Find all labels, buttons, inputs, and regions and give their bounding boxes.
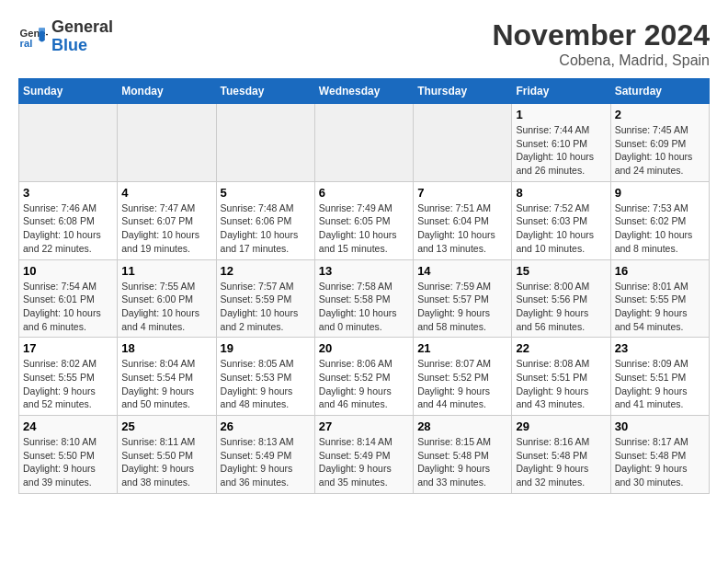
- calendar-cell: [216, 104, 314, 182]
- header-row: SundayMondayTuesdayWednesdayThursdayFrid…: [19, 79, 710, 104]
- header-cell-tuesday: Tuesday: [216, 79, 314, 104]
- day-info: Sunrise: 8:17 AM Sunset: 5:48 PM Dayligh…: [615, 435, 705, 489]
- day-number: 20: [319, 341, 409, 355]
- day-number: 30: [615, 419, 705, 433]
- day-number: 1: [516, 108, 606, 121]
- calendar-cell: 27Sunrise: 8:14 AM Sunset: 5:49 PM Dayli…: [314, 416, 413, 494]
- day-info: Sunrise: 7:45 AM Sunset: 6:09 PM Dayligh…: [615, 123, 705, 178]
- day-number: 8: [516, 186, 606, 200]
- day-info: Sunrise: 7:58 AM Sunset: 5:58 PM Dayligh…: [319, 280, 409, 334]
- title-block: November 2024 Cobena, Madrid, Spain: [492, 18, 710, 69]
- calendar-table: SundayMondayTuesdayWednesdayThursdayFrid…: [18, 78, 710, 494]
- calendar-cell: 14Sunrise: 7:59 AM Sunset: 5:57 PM Dayli…: [414, 259, 512, 338]
- day-number: 16: [615, 264, 705, 278]
- day-info: Sunrise: 8:10 AM Sunset: 5:50 PM Dayligh…: [23, 435, 113, 489]
- logo: Gene- ral General Blue: [18, 18, 113, 55]
- calendar-header: SundayMondayTuesdayWednesdayThursdayFrid…: [19, 79, 710, 104]
- day-number: 23: [615, 341, 705, 355]
- day-info: Sunrise: 7:48 AM Sunset: 6:06 PM Dayligh…: [221, 201, 311, 256]
- calendar-cell: 17Sunrise: 8:02 AM Sunset: 5:55 PM Dayli…: [19, 338, 118, 416]
- calendar-cell: [414, 104, 512, 182]
- calendar-cell: 4Sunrise: 7:47 AM Sunset: 6:07 PM Daylig…: [118, 181, 216, 259]
- day-number: 11: [121, 264, 211, 278]
- logo-line2: Blue: [51, 36, 87, 54]
- day-info: Sunrise: 7:46 AM Sunset: 6:08 PM Dayligh…: [23, 201, 113, 256]
- day-info: Sunrise: 8:13 AM Sunset: 5:49 PM Dayligh…: [221, 435, 311, 489]
- calendar-cell: 13Sunrise: 7:58 AM Sunset: 5:58 PM Dayli…: [314, 259, 413, 338]
- calendar-cell: 16Sunrise: 8:01 AM Sunset: 5:55 PM Dayli…: [610, 259, 709, 338]
- day-info: Sunrise: 8:07 AM Sunset: 5:52 PM Dayligh…: [417, 357, 507, 411]
- day-info: Sunrise: 8:04 AM Sunset: 5:54 PM Dayligh…: [121, 357, 211, 411]
- calendar-cell: 26Sunrise: 8:13 AM Sunset: 5:49 PM Dayli…: [216, 416, 314, 494]
- week-row-3: 10Sunrise: 7:54 AM Sunset: 6:01 PM Dayli…: [19, 259, 710, 338]
- day-number: 10: [23, 264, 113, 278]
- day-info: Sunrise: 8:06 AM Sunset: 5:52 PM Dayligh…: [319, 357, 409, 411]
- header-cell-thursday: Thursday: [414, 79, 512, 104]
- month-title: November 2024: [492, 18, 710, 52]
- week-row-5: 24Sunrise: 8:10 AM Sunset: 5:50 PM Dayli…: [19, 416, 710, 494]
- day-info: Sunrise: 8:14 AM Sunset: 5:49 PM Dayligh…: [319, 435, 409, 489]
- day-number: 24: [23, 419, 113, 433]
- calendar-cell: 9Sunrise: 7:53 AM Sunset: 6:02 PM Daylig…: [610, 181, 709, 259]
- day-number: 9: [615, 186, 705, 200]
- logo-icon: Gene- ral: [18, 22, 48, 52]
- day-info: Sunrise: 7:52 AM Sunset: 6:03 PM Dayligh…: [516, 201, 606, 256]
- calendar-cell: 12Sunrise: 7:57 AM Sunset: 5:59 PM Dayli…: [216, 259, 314, 338]
- header-cell-friday: Friday: [512, 79, 610, 104]
- day-number: 13: [319, 264, 409, 278]
- day-info: Sunrise: 8:01 AM Sunset: 5:55 PM Dayligh…: [615, 280, 705, 334]
- calendar-cell: 6Sunrise: 7:49 AM Sunset: 6:05 PM Daylig…: [314, 181, 413, 259]
- day-info: Sunrise: 8:08 AM Sunset: 5:51 PM Dayligh…: [516, 357, 606, 411]
- calendar-cell: 10Sunrise: 7:54 AM Sunset: 6:01 PM Dayli…: [19, 259, 118, 338]
- day-number: 28: [417, 419, 507, 433]
- header-cell-sunday: Sunday: [19, 79, 118, 104]
- day-info: Sunrise: 8:16 AM Sunset: 5:48 PM Dayligh…: [516, 435, 606, 489]
- calendar-cell: [314, 104, 413, 182]
- calendar-cell: 29Sunrise: 8:16 AM Sunset: 5:48 PM Dayli…: [512, 416, 610, 494]
- page-header: Gene- ral General Blue November 2024 Cob…: [18, 18, 710, 69]
- calendar-cell: 3Sunrise: 7:46 AM Sunset: 6:08 PM Daylig…: [19, 181, 118, 259]
- day-info: Sunrise: 8:02 AM Sunset: 5:55 PM Dayligh…: [23, 357, 113, 411]
- calendar-cell: 11Sunrise: 7:55 AM Sunset: 6:00 PM Dayli…: [118, 259, 216, 338]
- day-number: 25: [121, 419, 211, 433]
- week-row-1: 1Sunrise: 7:44 AM Sunset: 6:10 PM Daylig…: [19, 104, 710, 182]
- day-info: Sunrise: 7:49 AM Sunset: 6:05 PM Dayligh…: [319, 201, 409, 256]
- location: Cobena, Madrid, Spain: [492, 52, 710, 69]
- calendar-cell: 7Sunrise: 7:51 AM Sunset: 6:04 PM Daylig…: [414, 181, 512, 259]
- day-number: 5: [221, 186, 311, 200]
- logo-text: General Blue: [51, 18, 113, 55]
- day-info: Sunrise: 8:00 AM Sunset: 5:56 PM Dayligh…: [516, 280, 606, 334]
- day-info: Sunrise: 7:55 AM Sunset: 6:00 PM Dayligh…: [121, 280, 211, 334]
- calendar-cell: 18Sunrise: 8:04 AM Sunset: 5:54 PM Dayli…: [118, 338, 216, 416]
- calendar-cell: 20Sunrise: 8:06 AM Sunset: 5:52 PM Dayli…: [314, 338, 413, 416]
- day-number: 17: [23, 341, 113, 355]
- calendar-cell: [118, 104, 216, 182]
- day-info: Sunrise: 7:44 AM Sunset: 6:10 PM Dayligh…: [516, 123, 606, 178]
- svg-text:ral: ral: [20, 38, 33, 49]
- day-number: 4: [121, 186, 211, 200]
- day-number: 6: [319, 186, 409, 200]
- day-info: Sunrise: 7:57 AM Sunset: 5:59 PM Dayligh…: [221, 280, 311, 334]
- calendar-cell: 22Sunrise: 8:08 AM Sunset: 5:51 PM Dayli…: [512, 338, 610, 416]
- calendar-cell: 25Sunrise: 8:11 AM Sunset: 5:50 PM Dayli…: [118, 416, 216, 494]
- day-number: 2: [615, 108, 705, 121]
- day-info: Sunrise: 8:11 AM Sunset: 5:50 PM Dayligh…: [121, 435, 211, 489]
- day-number: 19: [221, 341, 311, 355]
- week-row-4: 17Sunrise: 8:02 AM Sunset: 5:55 PM Dayli…: [19, 338, 710, 416]
- header-cell-wednesday: Wednesday: [314, 79, 413, 104]
- calendar-cell: 5Sunrise: 7:48 AM Sunset: 6:06 PM Daylig…: [216, 181, 314, 259]
- day-info: Sunrise: 7:59 AM Sunset: 5:57 PM Dayligh…: [417, 280, 507, 334]
- header-cell-saturday: Saturday: [610, 79, 709, 104]
- day-number: 21: [417, 341, 507, 355]
- day-info: Sunrise: 8:15 AM Sunset: 5:48 PM Dayligh…: [417, 435, 507, 489]
- calendar-cell: 8Sunrise: 7:52 AM Sunset: 6:03 PM Daylig…: [512, 181, 610, 259]
- day-number: 18: [121, 341, 211, 355]
- day-number: 29: [516, 419, 606, 433]
- day-number: 7: [417, 186, 507, 200]
- calendar-cell: 21Sunrise: 8:07 AM Sunset: 5:52 PM Dayli…: [414, 338, 512, 416]
- day-info: Sunrise: 7:47 AM Sunset: 6:07 PM Dayligh…: [121, 201, 211, 256]
- calendar-cell: 23Sunrise: 8:09 AM Sunset: 5:51 PM Dayli…: [610, 338, 709, 416]
- calendar-body: 1Sunrise: 7:44 AM Sunset: 6:10 PM Daylig…: [19, 104, 710, 494]
- day-number: 14: [417, 264, 507, 278]
- day-number: 27: [319, 419, 409, 433]
